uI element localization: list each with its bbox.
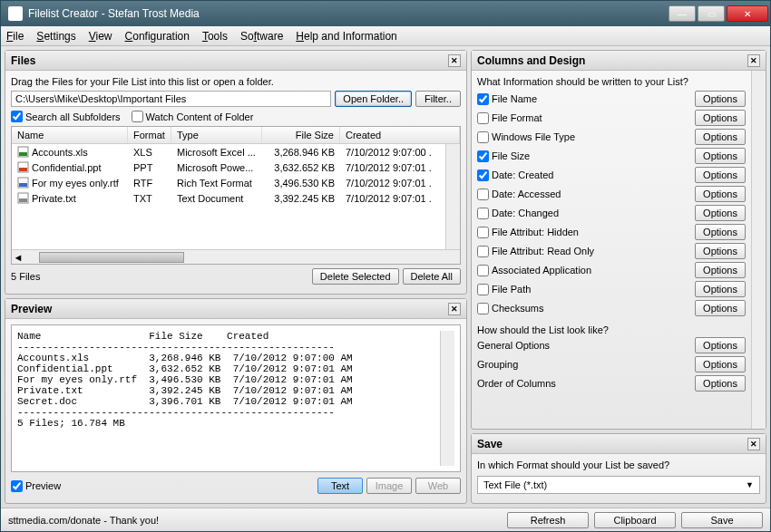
options-button[interactable]: Options <box>695 148 746 164</box>
options-button[interactable]: Options <box>695 281 746 297</box>
content: Files ✕ Drag the Files for your File Lis… <box>1 46 770 508</box>
chevron-down-icon: ▼ <box>746 480 754 489</box>
options-button[interactable]: Options <box>695 129 746 145</box>
files-close-icon[interactable]: ✕ <box>448 54 461 67</box>
col-type[interactable]: Type <box>171 127 262 143</box>
table-body[interactable]: Accounts.xlsXLSMicrosoft Excel ...3,268.… <box>12 144 445 249</box>
options-button[interactable]: Options <box>695 337 746 353</box>
minimize-button[interactable]: — <box>669 5 696 22</box>
col-size[interactable]: File Size <box>262 127 340 143</box>
cd-check[interactable]: Date: Created <box>477 169 695 181</box>
cd-question2: How should the List look like? <box>477 324 746 335</box>
options-button[interactable]: Options <box>695 205 746 221</box>
file-icon <box>17 192 29 204</box>
save-question: In which Format should your List be save… <box>477 459 760 470</box>
cd-title: Columns and Design <box>477 54 585 67</box>
svg-rect-3 <box>19 168 27 171</box>
preview-tab-image[interactable]: Image <box>366 478 412 494</box>
save-title: Save <box>477 438 503 450</box>
cd-check[interactable]: File Size <box>477 150 695 162</box>
preview-title: Preview <box>11 303 52 315</box>
options-button[interactable]: Options <box>695 262 746 278</box>
files-table: Name Format Type File Size Created Accou… <box>11 126 461 265</box>
cd-check[interactable]: File Path <box>477 284 695 295</box>
clipboard-button[interactable]: Clipboard <box>594 512 676 528</box>
cd-check[interactable]: Date: Accessed <box>477 189 695 200</box>
maximize-button[interactable]: ▭ <box>698 5 725 22</box>
menu-tools[interactable]: Tools <box>202 30 228 43</box>
save-button[interactable]: Save <box>681 512 763 528</box>
donate-text: sttmedia.com/donate - Thank you! <box>8 515 159 526</box>
svg-rect-7 <box>19 198 27 202</box>
save-close-icon[interactable]: ✕ <box>747 438 760 450</box>
cd-check[interactable]: Associated Application <box>477 265 695 276</box>
delete-all-button[interactable]: Delete All <box>403 268 461 285</box>
options-button[interactable]: Options <box>695 224 746 240</box>
preview-text: Name File Size Created -----------------… <box>11 324 461 472</box>
options-button[interactable]: Options <box>695 300 746 316</box>
cd-vscroll[interactable] <box>751 71 766 429</box>
options-button[interactable]: Options <box>695 91 746 107</box>
file-icon <box>17 177 29 189</box>
menu-configuration[interactable]: Configuration <box>125 30 190 43</box>
preview-check[interactable]: Preview <box>11 480 61 492</box>
table-row[interactable]: Private.txtTXTText Document3,392.245 KB7… <box>12 190 445 206</box>
files-title: Files <box>11 54 35 67</box>
menu-software[interactable]: Software <box>240 30 283 43</box>
search-subfolders-check[interactable]: Search all Subfolders <box>11 111 121 122</box>
table-row[interactable]: For my eyes only.rtfRTFRich Text Format3… <box>12 175 445 190</box>
folder-path-input[interactable] <box>11 91 331 107</box>
cd-look-label: General Options <box>477 340 695 351</box>
cd-look-label: Grouping <box>477 359 695 370</box>
svg-rect-1 <box>19 152 27 156</box>
refresh-button[interactable]: Refresh <box>507 512 589 528</box>
svg-rect-5 <box>19 183 27 187</box>
menubar: File Settings View Configuration Tools S… <box>1 26 770 46</box>
cd-check[interactable]: File Format <box>477 112 695 124</box>
table-header: Name Format Type File Size Created <box>12 127 460 144</box>
preview-tab-text[interactable]: Text <box>317 478 363 494</box>
columns-design-panel: Columns and Design ✕ What Information sh… <box>471 50 766 430</box>
preview-close-icon[interactable]: ✕ <box>448 303 461 315</box>
col-format[interactable]: Format <box>128 127 171 143</box>
cd-check[interactable]: File Attribut: Hidden <box>477 227 695 238</box>
titlebar[interactable]: Filelist Creator - Stefan Trost Media — … <box>1 1 770 26</box>
options-button[interactable]: Options <box>695 356 746 372</box>
vscroll[interactable] <box>445 144 460 249</box>
options-button[interactable]: Options <box>695 243 746 259</box>
menu-view[interactable]: View <box>89 30 112 43</box>
close-button[interactable]: ✕ <box>727 5 768 22</box>
cd-check[interactable]: Windows File Type <box>477 131 695 143</box>
menu-settings[interactable]: Settings <box>36 30 75 43</box>
preview-panel: Preview ✕ Name File Size Created -------… <box>5 298 467 504</box>
options-button[interactable]: Options <box>695 167 746 183</box>
preview-vscroll[interactable] <box>440 331 454 466</box>
table-row[interactable]: Confidential.pptPPTMicrosoft Powe...3,63… <box>12 160 445 175</box>
preview-tab-web[interactable]: Web <box>415 478 461 494</box>
save-format-select[interactable]: Text File (*.txt) ▼ <box>477 476 760 494</box>
menu-help[interactable]: Help and Information <box>296 30 396 43</box>
options-button[interactable]: Options <box>695 375 746 392</box>
cd-look-label: Order of Columns <box>477 378 695 389</box>
watch-folder-check[interactable]: Watch Content of Folder <box>132 111 254 122</box>
table-row[interactable]: Accounts.xlsXLSMicrosoft Excel ...3,268.… <box>12 144 445 160</box>
options-button[interactable]: Options <box>695 186 746 202</box>
file-icon <box>17 146 29 158</box>
files-hint: Drag the Files for your File List into t… <box>11 76 461 87</box>
menu-file[interactable]: File <box>6 30 24 43</box>
cd-check[interactable]: Date: Changed <box>477 208 695 219</box>
col-name[interactable]: Name <box>12 127 128 143</box>
options-button[interactable]: Options <box>695 110 746 126</box>
delete-selected-button[interactable]: Delete Selected <box>312 268 399 285</box>
cd-check[interactable]: Checksums <box>477 303 695 314</box>
save-panel: Save ✕ In which Format should your List … <box>471 433 766 504</box>
col-created[interactable]: Created <box>340 127 460 143</box>
cd-check[interactable]: File Name <box>477 93 695 105</box>
cd-close-icon[interactable]: ✕ <box>747 54 760 67</box>
hscroll[interactable]: ◄ <box>12 249 460 264</box>
cd-check[interactable]: File Attribut: Read Only <box>477 246 695 257</box>
filter-button[interactable]: Filter.. <box>415 91 461 107</box>
open-folder-button[interactable]: Open Folder.. <box>335 91 412 107</box>
cd-question1: What Information should be written to yo… <box>477 76 746 87</box>
window: Filelist Creator - Stefan Trost Media — … <box>0 0 771 532</box>
